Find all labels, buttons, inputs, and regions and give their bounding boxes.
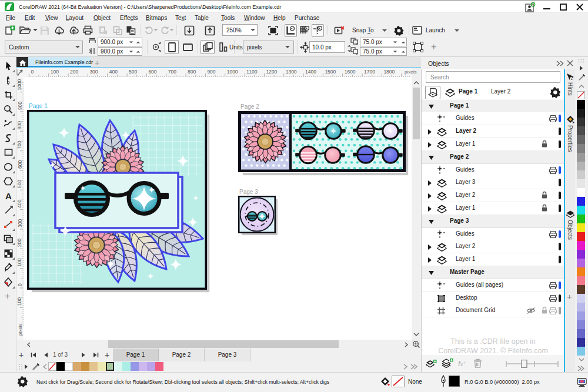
svg-text:100: 100 — [17, 297, 23, 306]
svg-text:0: 0 — [31, 69, 34, 75]
svg-text:x: x — [356, 42, 358, 45]
svg-text:1500: 1500 — [325, 69, 336, 75]
svg-text:700: 700 — [168, 69, 176, 75]
svg-text:1300: 1300 — [286, 69, 297, 75]
svg-text:500: 500 — [129, 69, 137, 75]
svg-text:200: 200 — [70, 69, 78, 75]
svg-text:0: 0 — [17, 283, 23, 286]
svg-text:1000: 1000 — [227, 69, 238, 75]
svg-text:1700: 1700 — [364, 69, 375, 75]
svg-text:400: 400 — [17, 199, 23, 207]
svg-text:200: 200 — [17, 239, 23, 247]
svg-text:600: 600 — [148, 69, 156, 75]
svg-text:100: 100 — [51, 69, 59, 75]
svg-text:800: 800 — [188, 69, 196, 75]
svg-text:1600: 1600 — [345, 69, 356, 75]
svg-text:100: 100 — [17, 258, 23, 266]
svg-text:A: A — [5, 192, 12, 200]
svg-text:700: 700 — [17, 140, 23, 149]
svg-text:1800: 1800 — [383, 69, 395, 75]
svg-text:900: 900 — [17, 102, 23, 110]
svg-text:500: 500 — [17, 180, 23, 188]
svg-text:400: 400 — [109, 69, 118, 75]
svg-text:1000: 1000 — [17, 79, 23, 91]
svg-text:300: 300 — [89, 69, 98, 75]
svg-text:600: 600 — [17, 160, 23, 169]
svg-text:800: 800 — [17, 121, 23, 129]
svg-text:1100: 1100 — [246, 69, 258, 75]
svg-text:?: ? — [570, 74, 574, 81]
svg-text:300: 300 — [17, 219, 23, 227]
svg-text:y: y — [356, 52, 358, 56]
svg-text:pixels: pixels — [18, 324, 23, 336]
svg-text:1400: 1400 — [305, 69, 316, 75]
svg-text:900: 900 — [207, 69, 215, 75]
svg-text:1200: 1200 — [266, 69, 277, 75]
